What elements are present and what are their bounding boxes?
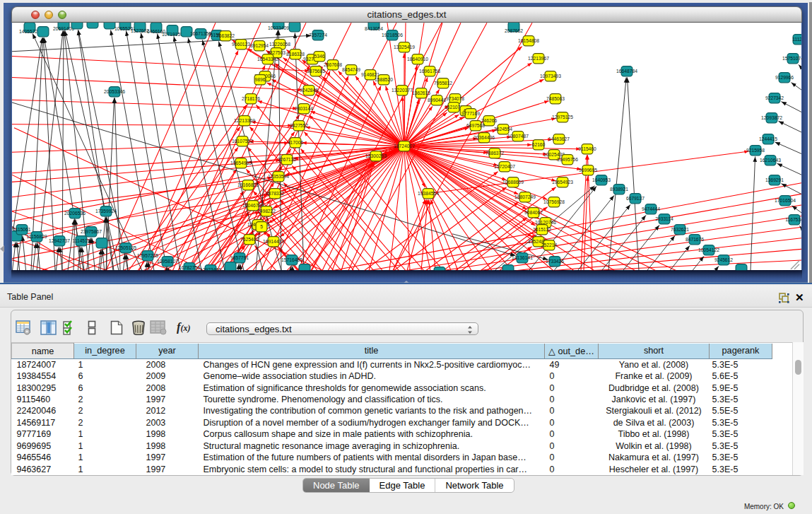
svg-text:16154808: 16154808 xyxy=(518,37,539,42)
svg-text:1244415: 1244415 xyxy=(759,136,777,141)
svg-text:16961758: 16961758 xyxy=(419,68,440,73)
svg-text:8912954: 8912954 xyxy=(250,42,269,47)
svg-text:8454749: 8454749 xyxy=(342,66,360,71)
svg-text:1733426: 1733426 xyxy=(546,258,564,263)
svg-text:10756928: 10756928 xyxy=(543,199,565,204)
svg-text:20364436: 20364436 xyxy=(473,134,495,139)
svg-text:252214: 252214 xyxy=(541,242,558,247)
svg-text:8186328: 8186328 xyxy=(286,51,305,56)
svg-text:1615132: 1615132 xyxy=(533,226,551,231)
svg-text:16046788: 16046788 xyxy=(242,202,264,207)
svg-text:13226058: 13226058 xyxy=(269,41,290,46)
svg-text:7632621: 7632621 xyxy=(671,226,689,231)
svg-text:9129966: 9129966 xyxy=(775,74,794,79)
svg-text:20053346: 20053346 xyxy=(104,88,125,93)
svg-text:16107552: 16107552 xyxy=(232,138,253,143)
svg-text:19166825: 19166825 xyxy=(237,182,259,187)
svg-text:7886372: 7886372 xyxy=(486,150,504,155)
svg-text:8427552: 8427552 xyxy=(290,122,308,127)
svg-text:1167534: 1167534 xyxy=(785,216,801,221)
svg-text:10688609: 10688609 xyxy=(502,179,524,184)
svg-text:11127: 11127 xyxy=(792,36,801,41)
svg-text:746266: 746266 xyxy=(481,117,498,122)
svg-text:15720407: 15720407 xyxy=(494,163,515,168)
svg-text:9227342: 9227342 xyxy=(765,95,784,100)
svg-text:1362615: 1362615 xyxy=(412,90,430,95)
svg-text:2087662: 2087662 xyxy=(505,28,523,33)
svg-text:12213967: 12213967 xyxy=(528,55,549,60)
svg-text:14463627: 14463627 xyxy=(548,136,570,141)
svg-text:5346: 5346 xyxy=(314,53,325,58)
svg-text:18640910: 18640910 xyxy=(407,56,428,61)
svg-text:9699695: 9699695 xyxy=(579,167,597,172)
svg-text:3624554: 3624554 xyxy=(494,126,512,131)
svg-text:10958107: 10958107 xyxy=(157,258,178,263)
svg-text:9245612: 9245612 xyxy=(714,257,733,262)
svg-text:13325419: 13325419 xyxy=(394,44,415,49)
svg-text:9115460: 9115460 xyxy=(578,146,596,151)
svg-text:16210643: 16210643 xyxy=(760,157,781,162)
svg-text:2803144: 2803144 xyxy=(295,105,313,110)
svg-text:9734078: 9734078 xyxy=(446,95,464,100)
svg-text:9474444: 9474444 xyxy=(642,206,660,211)
svg-text:1115061: 1115061 xyxy=(13,226,30,231)
svg-text:15716485: 15716485 xyxy=(281,257,302,262)
svg-text:3498222: 3498222 xyxy=(257,208,276,213)
svg-text:9857791: 9857791 xyxy=(230,255,249,259)
svg-text:13220377: 13220377 xyxy=(392,87,413,92)
svg-text:1369291: 1369291 xyxy=(765,177,784,182)
svg-text:19218506: 19218506 xyxy=(382,32,403,37)
svg-text:2367608: 2367608 xyxy=(324,62,342,66)
svg-text:9242848: 9242848 xyxy=(300,87,318,92)
svg-text:2718176: 2718176 xyxy=(242,95,260,100)
svg-text:9146821: 9146821 xyxy=(361,71,379,76)
svg-text:9084067: 9084067 xyxy=(524,209,543,214)
svg-text:8878332: 8878332 xyxy=(266,190,284,195)
svg-text:9660123: 9660123 xyxy=(232,41,250,46)
svg-text:13495756: 13495756 xyxy=(557,156,578,161)
svg-text:1114519: 1114519 xyxy=(72,238,90,243)
svg-text:8413054: 8413054 xyxy=(365,26,383,31)
svg-text:16914479: 16914479 xyxy=(263,238,284,243)
svg-text:15751074: 15751074 xyxy=(782,55,801,60)
svg-text:1640953: 1640953 xyxy=(592,177,611,182)
svg-text:12213369: 12213369 xyxy=(234,117,255,122)
svg-text:17016504: 17016504 xyxy=(775,197,796,202)
svg-text:12093872: 12093872 xyxy=(761,115,782,119)
svg-text:16648784: 16648784 xyxy=(616,68,637,73)
svg-text:8471676: 8471676 xyxy=(686,236,704,241)
svg-text:6679137: 6679137 xyxy=(626,195,645,200)
svg-text:18807249: 18807249 xyxy=(514,194,536,199)
svg-text:10054122: 10054122 xyxy=(698,247,719,252)
svg-text:1588520: 1588520 xyxy=(375,76,393,81)
svg-text:8990448: 8990448 xyxy=(428,97,446,102)
svg-text:14136141: 14136141 xyxy=(512,255,533,259)
svg-text:20206536: 20206536 xyxy=(64,210,86,215)
svg-text:10807487: 10807487 xyxy=(507,133,529,138)
svg-text:7485063: 7485063 xyxy=(546,95,565,100)
svg-text:19384554: 19384554 xyxy=(418,190,439,195)
svg-text:12942737: 12942737 xyxy=(49,238,70,243)
svg-text:18724007: 18724007 xyxy=(394,143,415,148)
svg-text:12353594: 12353594 xyxy=(268,173,289,178)
svg-text:2933114: 2933114 xyxy=(655,216,673,221)
svg-text:9896: 9896 xyxy=(255,76,266,81)
svg-text:12975125: 12975125 xyxy=(552,114,573,119)
svg-text:10719155: 10719155 xyxy=(162,32,183,37)
svg-text:62160: 62160 xyxy=(532,141,546,146)
svg-text:16782759: 16782759 xyxy=(179,264,200,269)
svg-text:7663822: 7663822 xyxy=(216,33,235,37)
svg-text:7625402: 7625402 xyxy=(240,236,259,241)
svg-text:16543342: 16543342 xyxy=(257,56,278,61)
svg-text:7955812: 7955812 xyxy=(434,80,452,85)
svg-text:5: 5 xyxy=(260,223,263,228)
svg-text:11156829: 11156829 xyxy=(27,233,47,238)
svg-text:10120746: 10120746 xyxy=(535,219,556,224)
svg-text:12505135: 12505135 xyxy=(115,245,136,250)
svg-text:19654985: 19654985 xyxy=(230,160,252,165)
svg-text:10025438: 10025438 xyxy=(543,151,565,156)
svg-text:23975867: 23975867 xyxy=(81,228,102,233)
svg-text:3875685: 3875685 xyxy=(307,68,325,73)
svg-text:17359924: 17359924 xyxy=(95,208,117,213)
svg-text:6497568: 6497568 xyxy=(466,122,485,127)
